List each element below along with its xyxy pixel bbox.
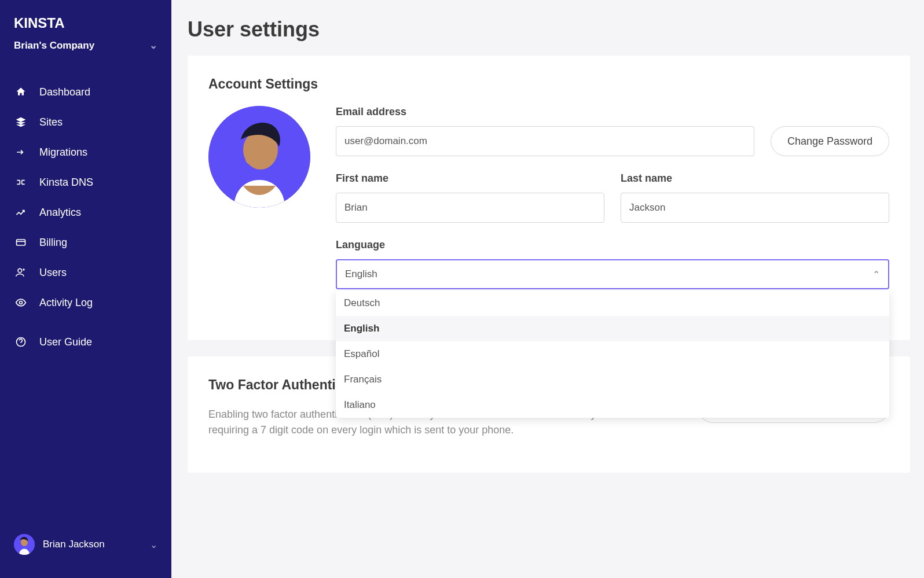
nav: Dashboard Sites Migrations Kinsta DNS An… (0, 68, 171, 357)
sidebar-item-label: Dashboard (39, 86, 90, 98)
sidebar-item-label: Sites (39, 116, 63, 128)
sidebar-item-label: Migrations (39, 146, 87, 159)
home-icon (14, 85, 28, 99)
user-avatar-icon (14, 534, 35, 555)
language-label: Language (336, 239, 889, 251)
main: User settings Account Settings (171, 0, 924, 578)
email-field[interactable] (336, 126, 754, 156)
profile-avatar-icon (208, 106, 310, 208)
svg-point-3 (20, 301, 23, 304)
last-name-label: Last name (621, 172, 889, 185)
chevron-down-icon: ⌄ (150, 539, 157, 550)
last-name-field[interactable] (621, 193, 889, 223)
sidebar-item-migrations[interactable]: Migrations (0, 137, 171, 167)
account-heading: Account Settings (208, 76, 889, 92)
user-menu[interactable]: Brian Jackson ⌄ (0, 525, 171, 564)
language-option-deutsch[interactable]: Deutsch (336, 290, 889, 316)
company-selector[interactable]: Brian's Company ⌄ (0, 37, 171, 68)
sidebar-item-dashboard[interactable]: Dashboard (0, 77, 171, 107)
email-label: Email address (336, 106, 754, 118)
language-option-italiano[interactable]: Italiano (336, 392, 889, 418)
card-icon (14, 235, 28, 249)
language-dropdown: Deutsch English Español Français Italian… (336, 290, 889, 418)
page-title: User settings (188, 17, 910, 42)
sidebar-item-analytics[interactable]: Analytics (0, 197, 171, 227)
kinsta-logo-icon: KINSTA (14, 14, 78, 32)
sidebar: KINSTA Brian's Company ⌄ Dashboard Sites… (0, 0, 171, 578)
first-name-label: First name (336, 172, 604, 185)
language-option-espanol[interactable]: Español (336, 341, 889, 367)
language-option-francais[interactable]: Français (336, 367, 889, 392)
language-select[interactable]: English ⌃ (336, 259, 889, 289)
sidebar-item-label: Kinsta DNS (39, 176, 93, 189)
sidebar-item-user-guide[interactable]: User Guide (0, 327, 171, 357)
chevron-down-icon: ⌄ (149, 39, 157, 51)
logo: KINSTA (0, 14, 171, 37)
sidebar-item-dns[interactable]: Kinsta DNS (0, 167, 171, 197)
sidebar-item-label: User Guide (39, 336, 92, 348)
change-password-button[interactable]: Change Password (771, 126, 889, 156)
help-icon (14, 335, 28, 349)
eye-icon (14, 296, 28, 310)
language-selected-value: English (345, 268, 377, 280)
sidebar-item-billing[interactable]: Billing (0, 227, 171, 257)
company-name: Brian's Company (14, 40, 94, 51)
sidebar-item-label: Users (39, 267, 67, 279)
svg-text:KINSTA: KINSTA (14, 15, 65, 31)
account-settings-card: Account Settings Email addre (188, 56, 910, 340)
sidebar-item-label: Analytics (39, 207, 81, 219)
sidebar-item-users[interactable]: Users (0, 257, 171, 288)
language-option-english[interactable]: English (336, 316, 889, 341)
users-icon (14, 266, 28, 279)
svg-point-9 (245, 154, 252, 164)
sidebar-item-sites[interactable]: Sites (0, 107, 171, 137)
trend-icon (14, 205, 28, 219)
sidebar-item-label: Activity Log (39, 297, 93, 309)
dns-icon (14, 175, 28, 189)
first-name-field[interactable] (336, 193, 604, 223)
sidebar-item-label: Billing (39, 237, 67, 249)
svg-point-2 (18, 268, 22, 273)
chevron-up-icon: ⌃ (872, 269, 880, 280)
arrow-right-icon (14, 145, 28, 159)
user-name: Brian Jackson (43, 539, 150, 550)
layers-icon (14, 115, 28, 129)
sidebar-item-activity-log[interactable]: Activity Log (0, 288, 171, 318)
svg-rect-1 (17, 240, 25, 245)
